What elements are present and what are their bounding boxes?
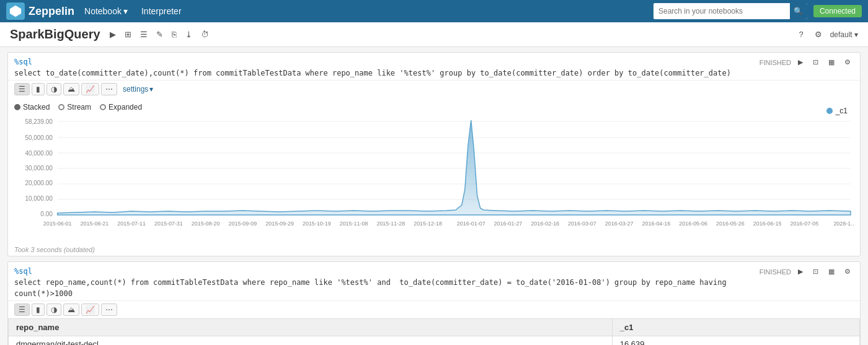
- cell2-bar-btn[interactable]: ▮: [32, 304, 45, 316]
- chevron-down-icon: ▾: [123, 6, 128, 16]
- chart-scatter-btn[interactable]: ⋯: [101, 83, 117, 95]
- cell-2-chart-toolbar: ☰ ▮ ◑ ⛰ 📈 ⋯: [8, 300, 860, 318]
- page-toolbar: ▶ ⊞ ☰ ✎ ⎘ ⤓ ⏱: [107, 28, 212, 41]
- nav-interpreter[interactable]: Interpreter: [138, 6, 185, 16]
- col-repo-name: repo_name: [9, 319, 613, 336]
- svg-text:2015-12-18: 2015-12-18: [414, 221, 442, 227]
- svg-text:2015-10-19: 2015-10-19: [303, 221, 331, 227]
- settings-button[interactable]: ⚙: [812, 28, 825, 41]
- svg-text:2016-01-07: 2016-01-07: [457, 221, 485, 227]
- svg-text:2015-06-01: 2015-06-01: [43, 221, 72, 227]
- svg-text:20,000.00: 20,000.00: [25, 180, 53, 186]
- svg-text:2015-08-20: 2015-08-20: [192, 221, 220, 227]
- svg-text:2015-07-11: 2015-07-11: [117, 221, 146, 227]
- cell-expand-button[interactable]: ⊡: [810, 56, 822, 68]
- cell-2: %sql select repo_name,count(*) from comm…: [7, 261, 861, 345]
- chevron-down-icon: ▾: [149, 85, 153, 94]
- chart-svg-wrapper: 58,239.00 50,000.00 40,000.00 30,000.00 …: [14, 115, 854, 241]
- stacked-option[interactable]: Stacked: [14, 103, 50, 111]
- svg-text:2015-11-08: 2015-11-08: [340, 221, 368, 227]
- svg-marker-0: [10, 6, 21, 17]
- cell2-run-button[interactable]: ▶: [795, 266, 806, 277]
- logo-text: Zeppelin: [29, 5, 74, 18]
- chart-bar-btn[interactable]: ▮: [32, 83, 45, 95]
- svg-text:2015-09-09: 2015-09-09: [228, 221, 257, 227]
- svg-text:2016-06-15: 2016-06-15: [753, 221, 782, 227]
- svg-text:2015-06-21: 2015-06-21: [81, 221, 109, 227]
- chart-area-btn[interactable]: ⛰: [63, 83, 79, 95]
- stacked-radio: [14, 104, 20, 110]
- cell2-scatter-btn[interactable]: ⋯: [101, 304, 117, 316]
- cell-1-header: %sql select to_date(committer_date),coun…: [8, 53, 860, 80]
- search-input[interactable]: [653, 3, 790, 19]
- svg-text:2015-09-29: 2015-09-29: [265, 221, 294, 227]
- chart-options: Stacked Stream Expanded: [14, 103, 854, 111]
- table-row: dmgerman/git-test-decl16,639: [9, 336, 860, 346]
- svg-text:2016-02-16: 2016-02-16: [531, 221, 559, 227]
- page-title: SparkBigQuery: [10, 27, 100, 41]
- logo-icon: [6, 2, 25, 20]
- svg-text:30,000.00: 30,000.00: [25, 165, 53, 172]
- svg-text:2028-1...: 2028-1...: [833, 221, 854, 227]
- chart-line-btn[interactable]: 📈: [81, 83, 99, 95]
- help-button[interactable]: ?: [795, 28, 806, 41]
- page-title-bar: SparkBigQuery ▶ ⊞ ☰ ✎ ⎘ ⤓ ⏱ ? ⚙ default …: [0, 22, 868, 47]
- svg-text:2016-07-05: 2016-07-05: [790, 221, 818, 227]
- connected-badge: Connected: [813, 5, 862, 17]
- legend-dot: [826, 108, 833, 114]
- cell2-line-btn[interactable]: 📈: [81, 304, 99, 316]
- cell-1: %sql select to_date(committer_date),coun…: [7, 52, 861, 256]
- settings-link[interactable]: settings ▾: [123, 85, 153, 94]
- svg-text:10,000.00: 10,000.00: [25, 195, 53, 202]
- cell2-pie-btn[interactable]: ◑: [46, 304, 61, 316]
- logo: Zeppelin: [6, 2, 74, 20]
- search-button[interactable]: 🔍: [790, 3, 807, 19]
- cell-settings-button[interactable]: ⚙: [841, 56, 854, 68]
- cell2-expand-button[interactable]: ⊡: [810, 266, 822, 277]
- cell2-table-button[interactable]: ▦: [825, 266, 838, 277]
- svg-text:2015-07-31: 2015-07-31: [154, 221, 183, 227]
- cell2-settings-button[interactable]: ⚙: [841, 266, 854, 277]
- chart-legend: _c1: [826, 107, 848, 115]
- cell-2-header: %sql select repo_name,count(*) from comm…: [8, 262, 860, 300]
- cell-2-code: %sql select repo_name,count(*) from comm…: [14, 266, 755, 299]
- cell-1-code: %sql select to_date(committer_date),coun…: [14, 56, 755, 79]
- legend-label: _c1: [836, 107, 848, 115]
- cell-1-status: FINISHED ▶ ⊡ ▦ ⚙: [760, 56, 854, 68]
- nav-notebook[interactable]: Notebook ▾: [81, 6, 131, 16]
- stream-option[interactable]: Stream: [58, 103, 91, 111]
- copy-button[interactable]: ⎘: [169, 28, 180, 41]
- cell-table-button[interactable]: ▦: [825, 56, 838, 68]
- cell-2-result-table: repo_name _c1 dmgerman/git-test-decl16,6…: [8, 318, 860, 345]
- cell-repo-name: dmgerman/git-test-decl: [9, 336, 613, 346]
- svg-text:2016-03-07: 2016-03-07: [568, 221, 596, 227]
- svg-text:2016-04-16: 2016-04-16: [642, 221, 671, 227]
- layout-button[interactable]: ⊞: [122, 28, 135, 41]
- chart-pie-btn[interactable]: ◑: [46, 83, 61, 95]
- svg-text:2016-05-06: 2016-05-06: [679, 221, 707, 227]
- svg-text:58,239.00: 58,239.00: [25, 118, 53, 125]
- table-body: dmgerman/git-test-decl16,639dmgerman/git…: [9, 336, 860, 346]
- svg-text:0.00: 0.00: [40, 211, 53, 217]
- svg-text:40,000.00: 40,000.00: [25, 150, 53, 157]
- navbar: Zeppelin Notebook ▾ Interpreter 🔍 Connec…: [0, 0, 868, 22]
- expanded-option[interactable]: Expanded: [100, 103, 142, 111]
- cell-1-footer: Took 3 seconds (outdated): [8, 243, 860, 256]
- svg-text:2016-01-27: 2016-01-27: [494, 221, 523, 227]
- expanded-radio: [100, 104, 106, 110]
- run-all-button[interactable]: ▶: [107, 28, 119, 41]
- default-dropdown[interactable]: default ▾: [830, 30, 858, 39]
- edit-button[interactable]: ✎: [153, 28, 166, 41]
- list-button[interactable]: ☰: [137, 28, 151, 41]
- schedule-button[interactable]: ⏱: [198, 28, 212, 41]
- cell-2-status: FINISHED ▶ ⊡ ▦ ⚙: [760, 266, 854, 277]
- area-chart: 58,239.00 50,000.00 40,000.00 30,000.00 …: [14, 115, 854, 239]
- download-button[interactable]: ⤓: [182, 28, 195, 41]
- svg-text:2016-03-27: 2016-03-27: [605, 221, 634, 227]
- cell-c1: 16,639: [612, 336, 859, 346]
- cell-run-button[interactable]: ▶: [795, 56, 806, 68]
- cell-1-chart-area: Stacked Stream Expanded _c1 58,239.00 50…: [8, 98, 860, 243]
- cell2-area-btn[interactable]: ⛰: [63, 304, 79, 316]
- cell2-table-btn[interactable]: ☰: [14, 304, 30, 316]
- chart-table-btn[interactable]: ☰: [14, 83, 30, 95]
